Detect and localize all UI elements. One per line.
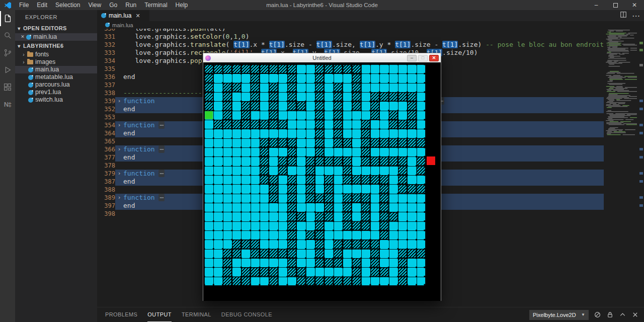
explorer-sidebar: EXPLORER ▾ OPEN EDITORS ✕main.lua ▾ LABY… bbox=[15, 10, 97, 322]
code-line-332[interactable]: 332 love.graphics.translate( t[1].x * t[… bbox=[97, 41, 644, 49]
panel-tab-problems[interactable]: PROBLEMS bbox=[105, 307, 137, 322]
menu-item-selection[interactable]: Selection bbox=[51, 0, 84, 10]
file-images[interactable]: ›images bbox=[15, 58, 97, 66]
fold-gutter bbox=[115, 105, 123, 113]
ruler-mark bbox=[639, 148, 643, 150]
file-prev1-lua[interactable]: prev1.lua bbox=[15, 89, 97, 96]
file-parcours-lua[interactable]: parcours.lua bbox=[15, 81, 97, 89]
game-maximize-icon[interactable]: □ bbox=[418, 55, 428, 61]
item-label: metatable.lua bbox=[35, 73, 73, 81]
menu-item-go[interactable]: Go bbox=[105, 0, 121, 10]
menu-item-run[interactable]: Run bbox=[121, 0, 140, 10]
fold-chevron-icon[interactable]: › bbox=[115, 170, 123, 178]
ruler-mark bbox=[639, 42, 643, 44]
fold-gutter bbox=[115, 210, 123, 218]
ruler-mark bbox=[639, 196, 643, 199]
item-label: main.lua bbox=[35, 66, 59, 73]
game-close-icon[interactable]: ✕ bbox=[429, 55, 439, 61]
ruler-mark bbox=[639, 108, 643, 110]
fold-chevron-icon[interactable]: › bbox=[115, 121, 123, 129]
game-viewport[interactable] bbox=[203, 62, 441, 301]
project-label: LABYRINTHE6 bbox=[23, 43, 63, 49]
code-line-331[interactable]: 331 love.graphics.setColor(0,1,0) bbox=[97, 33, 644, 41]
game-window-titlebar[interactable]: Untitled – □ ✕ bbox=[203, 53, 441, 62]
menu-item-file[interactable]: File bbox=[15, 0, 33, 10]
line-number: 354 bbox=[97, 121, 115, 129]
line-number: 366 bbox=[97, 145, 115, 153]
tab-main-lua[interactable]: main.lua ✕ bbox=[97, 10, 149, 21]
lock-icon[interactable] bbox=[606, 311, 614, 318]
code-line-330[interactable]: 330 love.graphics.push(all) bbox=[97, 29, 644, 33]
fold-gutter bbox=[115, 202, 123, 210]
explorer-icon[interactable] bbox=[0, 10, 15, 27]
line-number: 397 bbox=[97, 202, 115, 210]
file-main-lua[interactable]: main.lua bbox=[15, 66, 97, 73]
line-number: 398 bbox=[97, 210, 115, 218]
minimize-icon[interactable]: – bbox=[587, 0, 606, 10]
item-label: images bbox=[35, 58, 55, 66]
folder-icon bbox=[27, 52, 33, 57]
ruler-mark bbox=[639, 64, 643, 66]
fold-gutter bbox=[115, 29, 123, 33]
output-channel-select[interactable]: Pixelbyte.Love2D ▼ bbox=[529, 310, 589, 320]
fold-chevron-icon[interactable]: › bbox=[115, 145, 123, 153]
maximize-icon[interactable] bbox=[606, 0, 625, 10]
game-minimize-icon[interactable]: – bbox=[407, 55, 417, 61]
more-actions-icon[interactable]: ⋯ bbox=[632, 11, 640, 21]
item-label: parcours.lua bbox=[35, 81, 70, 89]
panel-tab-debug-console[interactable]: DEBUG CONSOLE bbox=[221, 307, 272, 322]
lua-file-icon bbox=[28, 83, 33, 88]
overview-ruler[interactable] bbox=[638, 29, 644, 307]
run-debug-icon[interactable] bbox=[0, 61, 15, 78]
fold-gutter bbox=[115, 89, 123, 97]
source-control-icon[interactable] bbox=[0, 44, 15, 61]
search-icon[interactable] bbox=[0, 27, 15, 44]
menu-bar: FileEditSelectionViewGoRunTerminalHelp bbox=[15, 0, 192, 10]
extensions-icon[interactable] bbox=[0, 78, 15, 96]
breadcrumb[interactable]: main.lua bbox=[97, 21, 644, 29]
split-editor-icon[interactable] bbox=[620, 11, 627, 20]
project-header[interactable]: ▾ LABYRINTHE6 bbox=[15, 41, 97, 51]
chevron-right-icon: › bbox=[20, 58, 27, 66]
minimap[interactable] bbox=[604, 29, 644, 307]
file-fonts[interactable]: ›fonts bbox=[15, 51, 97, 58]
file-metatable-lua[interactable]: metatable.lua bbox=[15, 73, 97, 81]
fold-gutter bbox=[115, 186, 123, 194]
chevron-down-icon: ▾ bbox=[15, 43, 23, 49]
fold-chevron-icon[interactable]: › bbox=[115, 97, 123, 105]
panel-tab-output[interactable]: OUTPUT bbox=[147, 307, 172, 322]
clear-output-icon[interactable] bbox=[594, 311, 601, 318]
line-number: 352 bbox=[97, 105, 115, 113]
ruler-mark bbox=[639, 156, 643, 158]
fold-gutter bbox=[115, 65, 123, 73]
code-text: love.graphics.setColor(0,1,0) bbox=[123, 33, 604, 41]
line-number: 335 bbox=[97, 65, 115, 73]
tab-close-icon[interactable]: ✕ bbox=[135, 13, 140, 19]
close-panel-icon[interactable] bbox=[631, 311, 639, 318]
menu-item-edit[interactable]: Edit bbox=[33, 0, 51, 10]
chevron-right-icon: › bbox=[20, 51, 27, 58]
custom-extension-icon[interactable]: N‡ bbox=[0, 96, 15, 113]
fold-chevron-icon[interactable]: › bbox=[115, 194, 123, 202]
maximize-panel-icon[interactable] bbox=[619, 311, 626, 318]
open-editor-main.lua[interactable]: ✕main.lua bbox=[15, 33, 97, 41]
breadcrumb-item[interactable]: main.lua bbox=[112, 22, 133, 28]
title-bar: FileEditSelectionViewGoRunTerminalHelp m… bbox=[0, 0, 644, 10]
code-text: love.graphics.push(all) bbox=[123, 29, 604, 33]
menu-item-terminal[interactable]: Terminal bbox=[140, 0, 171, 10]
line-number: 378 bbox=[97, 162, 115, 170]
line-number: 387 bbox=[97, 178, 115, 186]
fold-gutter bbox=[115, 81, 123, 89]
love2d-game-window[interactable]: Untitled – □ ✕ bbox=[203, 53, 441, 301]
panel-tab-terminal[interactable]: TERMINAL bbox=[182, 307, 211, 322]
folder-icon bbox=[27, 60, 33, 64]
menu-item-help[interactable]: Help bbox=[172, 0, 192, 10]
panel-tabs: PROBLEMSOUTPUTTERMINALDEBUG CONSOLE bbox=[105, 307, 529, 322]
file-switch-lua[interactable]: switch.lua bbox=[15, 96, 97, 104]
open-editors-header[interactable]: ▾ OPEN EDITORS bbox=[15, 23, 97, 33]
menu-item-view[interactable]: View bbox=[84, 0, 105, 10]
lua-file-icon bbox=[28, 75, 33, 80]
fold-gutter bbox=[115, 153, 123, 162]
close-icon[interactable]: ✕ bbox=[625, 0, 644, 10]
vscode-logo-icon bbox=[4, 2, 12, 9]
